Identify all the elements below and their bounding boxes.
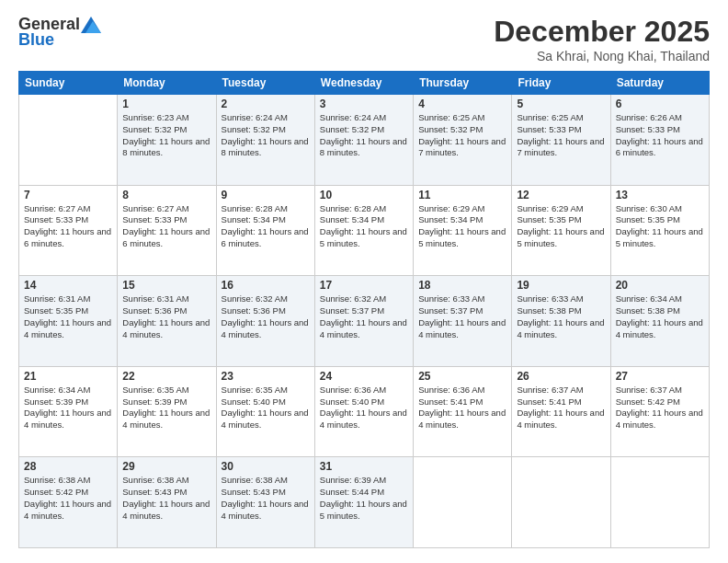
day-detail: Sunrise: 6:28 AMSunset: 5:34 PMDaylight:… <box>320 203 408 250</box>
table-row: 14Sunrise: 6:31 AMSunset: 5:35 PMDayligh… <box>19 276 118 367</box>
day-detail: Sunrise: 6:29 AMSunset: 5:34 PMDaylight:… <box>418 203 506 250</box>
day-number: 3 <box>320 98 408 110</box>
day-number: 1 <box>122 98 210 110</box>
day-detail: Sunrise: 6:37 AMSunset: 5:41 PMDaylight:… <box>517 385 605 431</box>
table-row: 27Sunrise: 6:37 AMSunset: 5:42 PMDayligh… <box>610 366 709 457</box>
day-number: 22 <box>122 370 210 383</box>
day-number: 25 <box>418 370 506 383</box>
table-row: 22Sunrise: 6:35 AMSunset: 5:39 PMDayligh… <box>118 366 216 457</box>
day-detail: Sunrise: 6:29 AMSunset: 5:35 PMDaylight:… <box>517 203 605 250</box>
table-row: 21Sunrise: 6:34 AMSunset: 5:39 PMDayligh… <box>19 366 118 457</box>
day-number: 23 <box>222 370 310 383</box>
day-detail: Sunrise: 6:30 AMSunset: 5:35 PMDaylight:… <box>616 203 704 250</box>
table-row: 7Sunrise: 6:27 AMSunset: 5:33 PMDaylight… <box>19 185 118 276</box>
logo-icon <box>81 17 101 33</box>
table-row: 25Sunrise: 6:36 AMSunset: 5:41 PMDayligh… <box>414 366 512 457</box>
day-detail: Sunrise: 6:23 AMSunset: 5:32 PMDaylight:… <box>122 112 210 159</box>
day-number: 7 <box>24 189 112 201</box>
day-number: 16 <box>222 279 310 292</box>
day-number: 31 <box>320 460 408 473</box>
day-number: 24 <box>320 370 408 383</box>
day-detail: Sunrise: 6:34 AMSunset: 5:39 PMDaylight:… <box>24 385 112 431</box>
day-number: 13 <box>616 189 704 201</box>
day-number: 17 <box>320 279 408 292</box>
day-detail: Sunrise: 6:38 AMSunset: 5:43 PMDaylight:… <box>222 475 310 522</box>
table-row: 1Sunrise: 6:23 AMSunset: 5:32 PMDaylight… <box>118 95 216 186</box>
table-row: 11Sunrise: 6:29 AMSunset: 5:34 PMDayligh… <box>414 185 512 276</box>
table-row: 24Sunrise: 6:36 AMSunset: 5:40 PMDayligh… <box>314 366 413 457</box>
calendar-row: 14Sunrise: 6:31 AMSunset: 5:35 PMDayligh… <box>19 276 710 367</box>
col-thursday: Thursday <box>414 72 512 95</box>
day-detail: Sunrise: 6:36 AMSunset: 5:41 PMDaylight:… <box>418 385 506 431</box>
day-detail: Sunrise: 6:39 AMSunset: 5:44 PMDaylight:… <box>320 475 408 522</box>
day-detail: Sunrise: 6:25 AMSunset: 5:33 PMDaylight:… <box>517 112 605 159</box>
day-detail: Sunrise: 6:33 AMSunset: 5:37 PMDaylight:… <box>418 293 506 340</box>
table-row: 8Sunrise: 6:27 AMSunset: 5:33 PMDaylight… <box>118 185 216 276</box>
table-row: 3Sunrise: 6:24 AMSunset: 5:32 PMDaylight… <box>314 95 413 186</box>
table-row: 23Sunrise: 6:35 AMSunset: 5:40 PMDayligh… <box>216 366 314 457</box>
table-row: 31Sunrise: 6:39 AMSunset: 5:44 PMDayligh… <box>314 457 413 548</box>
month-title: December 2025 <box>494 15 710 49</box>
col-sunday: Sunday <box>19 72 118 95</box>
day-detail: Sunrise: 6:27 AMSunset: 5:33 PMDaylight:… <box>24 203 112 250</box>
table-row: 6Sunrise: 6:26 AMSunset: 5:33 PMDaylight… <box>610 95 709 186</box>
day-detail: Sunrise: 6:32 AMSunset: 5:37 PMDaylight:… <box>320 293 408 340</box>
page: General Blue December 2025 Sa Khrai, Non… <box>0 0 728 563</box>
table-row: 16Sunrise: 6:32 AMSunset: 5:36 PMDayligh… <box>216 276 314 367</box>
day-number: 9 <box>222 189 310 201</box>
col-saturday: Saturday <box>610 72 709 95</box>
day-detail: Sunrise: 6:24 AMSunset: 5:32 PMDaylight:… <box>222 112 310 159</box>
table-row: 30Sunrise: 6:38 AMSunset: 5:43 PMDayligh… <box>216 457 314 548</box>
day-number: 21 <box>24 370 112 383</box>
day-number: 6 <box>616 98 704 110</box>
day-detail: Sunrise: 6:36 AMSunset: 5:40 PMDaylight:… <box>320 385 408 431</box>
day-number: 5 <box>517 98 605 110</box>
calendar-row: 7Sunrise: 6:27 AMSunset: 5:33 PMDaylight… <box>19 185 710 276</box>
day-detail: Sunrise: 6:37 AMSunset: 5:42 PMDaylight:… <box>616 385 704 431</box>
col-wednesday: Wednesday <box>314 72 413 95</box>
day-detail: Sunrise: 6:27 AMSunset: 5:33 PMDaylight:… <box>122 203 210 250</box>
day-detail: Sunrise: 6:38 AMSunset: 5:43 PMDaylight:… <box>122 475 210 522</box>
day-detail: Sunrise: 6:26 AMSunset: 5:33 PMDaylight:… <box>616 112 704 159</box>
day-number: 29 <box>122 460 210 473</box>
day-number: 30 <box>222 460 310 473</box>
col-monday: Monday <box>118 72 216 95</box>
day-detail: Sunrise: 6:31 AMSunset: 5:36 PMDaylight:… <box>122 293 210 340</box>
day-number: 8 <box>122 189 210 201</box>
day-number: 18 <box>418 279 506 292</box>
day-detail: Sunrise: 6:31 AMSunset: 5:35 PMDaylight:… <box>24 293 112 340</box>
table-row <box>610 457 709 548</box>
table-row <box>512 457 610 548</box>
col-friday: Friday <box>512 72 610 95</box>
table-row: 5Sunrise: 6:25 AMSunset: 5:33 PMDaylight… <box>512 95 610 186</box>
day-number: 28 <box>24 460 112 473</box>
day-detail: Sunrise: 6:33 AMSunset: 5:38 PMDaylight:… <box>517 293 605 340</box>
day-number: 10 <box>320 189 408 201</box>
calendar-row: 21Sunrise: 6:34 AMSunset: 5:39 PMDayligh… <box>19 366 710 457</box>
table-row: 4Sunrise: 6:25 AMSunset: 5:32 PMDaylight… <box>414 95 512 186</box>
calendar-row: 1Sunrise: 6:23 AMSunset: 5:32 PMDaylight… <box>19 95 710 186</box>
table-row: 17Sunrise: 6:32 AMSunset: 5:37 PMDayligh… <box>314 276 413 367</box>
day-detail: Sunrise: 6:35 AMSunset: 5:40 PMDaylight:… <box>222 385 310 431</box>
table-row: 9Sunrise: 6:28 AMSunset: 5:34 PMDaylight… <box>216 185 314 276</box>
logo: General Blue <box>18 15 101 50</box>
table-row: 26Sunrise: 6:37 AMSunset: 5:41 PMDayligh… <box>512 366 610 457</box>
table-row: 13Sunrise: 6:30 AMSunset: 5:35 PMDayligh… <box>610 185 709 276</box>
day-number: 26 <box>517 370 605 383</box>
table-row: 15Sunrise: 6:31 AMSunset: 5:36 PMDayligh… <box>118 276 216 367</box>
day-detail: Sunrise: 6:25 AMSunset: 5:32 PMDaylight:… <box>418 112 506 159</box>
logo-blue: Blue <box>18 30 54 50</box>
day-number: 2 <box>222 98 310 110</box>
location-title: Sa Khrai, Nong Khai, Thailand <box>494 49 710 63</box>
table-row: 2Sunrise: 6:24 AMSunset: 5:32 PMDaylight… <box>216 95 314 186</box>
header: General Blue December 2025 Sa Khrai, Non… <box>18 15 710 63</box>
header-row: Sunday Monday Tuesday Wednesday Thursday… <box>19 72 710 95</box>
table-row: 20Sunrise: 6:34 AMSunset: 5:38 PMDayligh… <box>610 276 709 367</box>
day-number: 12 <box>517 189 605 201</box>
col-tuesday: Tuesday <box>216 72 314 95</box>
title-section: December 2025 Sa Khrai, Nong Khai, Thail… <box>494 15 710 63</box>
calendar-table: Sunday Monday Tuesday Wednesday Thursday… <box>18 71 710 548</box>
table-row: 10Sunrise: 6:28 AMSunset: 5:34 PMDayligh… <box>314 185 413 276</box>
day-detail: Sunrise: 6:32 AMSunset: 5:36 PMDaylight:… <box>222 293 310 340</box>
day-detail: Sunrise: 6:28 AMSunset: 5:34 PMDaylight:… <box>222 203 310 250</box>
